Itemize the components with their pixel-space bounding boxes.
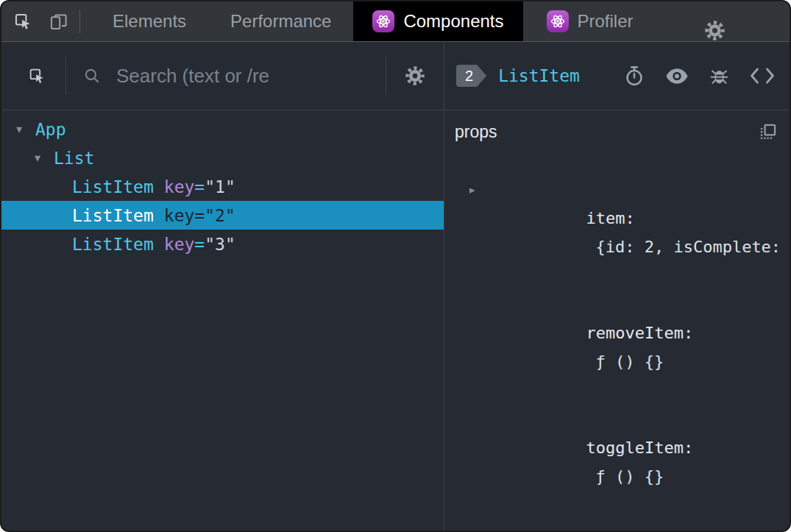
prop-value: ƒ () {}: [595, 352, 664, 371]
tab-components[interactable]: Components: [353, 1, 522, 41]
component-tree: ▾ App ▾ List ListItem key="1" ListItem k…: [1, 110, 444, 258]
prop-value: {id: 2, isComplete: t…: [595, 238, 790, 256]
component-name: App: [35, 120, 66, 139]
tab-label: Performance: [230, 11, 331, 32]
key-attribute: key="1": [164, 177, 235, 196]
inspect-dom-eye-icon[interactable]: [665, 68, 689, 85]
log-to-console-bug-icon[interactable]: [709, 65, 730, 87]
devtools-tabbar: Elements Performance Components: [1, 1, 790, 42]
tree-row-listitem-3[interactable]: ListItem key="3": [1, 230, 444, 258]
collapse-arrow-icon[interactable]: ▸: [469, 175, 475, 204]
key-attribute: key="3": [164, 235, 235, 254]
prop-name: toggleItem: [586, 439, 683, 457]
search-input[interactable]: [115, 64, 386, 88]
selected-component-title: ListItem: [498, 66, 580, 85]
prop-row-new-entry[interactable]: new entry: "": [455, 519, 778, 530]
tree-toolbar: [1, 42, 444, 110]
suspense-stopwatch-icon[interactable]: [623, 64, 645, 88]
expand-arrow-icon[interactable]: ▾: [16, 122, 35, 136]
prop-name: item: [586, 209, 625, 227]
component-name: List: [54, 149, 94, 168]
prop-value: ƒ () {}: [595, 467, 664, 486]
react-profiler-icon: [547, 10, 569, 32]
prop-row-removeitem: removeItem: ƒ () {}: [455, 290, 778, 405]
prop-row-toggleitem: toggleItem: ƒ () {}: [455, 405, 778, 519]
component-name: ListItem: [72, 235, 154, 254]
tree-row-listitem-1[interactable]: ListItem key="1": [1, 172, 444, 201]
tab-label: Components: [403, 11, 503, 32]
tree-row-list[interactable]: ▾ List: [1, 143, 444, 172]
tab-performance[interactable]: Performance: [208, 1, 353, 41]
search-icon: [82, 66, 102, 85]
key-attribute: key="2": [164, 206, 235, 225]
tab-profiler[interactable]: Profiler: [525, 1, 656, 41]
select-element-icon[interactable]: [28, 67, 46, 85]
prop-row-item: ▸ item: {id: 2, isComplete: t…: [455, 146, 778, 290]
component-name: ListItem: [72, 206, 154, 225]
inspect-element-icon[interactable]: [13, 12, 33, 32]
view-source-code-icon[interactable]: [750, 67, 775, 85]
tabbar-divider: [79, 10, 80, 33]
tab-label: Profiler: [578, 11, 634, 32]
expand-arrow-icon[interactable]: ▾: [35, 151, 54, 165]
tree-row-app[interactable]: ▾ App: [1, 115, 444, 143]
toolbar-divider: [386, 57, 386, 95]
device-toolbar-icon[interactable]: [48, 12, 69, 32]
component-name: ListItem: [72, 177, 154, 196]
prop-name: removeItem: [586, 324, 683, 342]
details-header: 2 ListItem: [444, 42, 790, 110]
devtools-window: Elements Performance Components: [0, 0, 791, 532]
props-section-title: props: [455, 122, 497, 142]
tree-settings-gear-icon[interactable]: [404, 65, 426, 87]
components-tree-panel: ▾ App ▾ List ListItem key="1" ListItem k…: [1, 42, 444, 530]
copy-props-icon[interactable]: [758, 122, 778, 142]
props-section: props ▸ item: {id: 2, isC: [444, 110, 790, 530]
component-details-panel: 2 ListItem: [444, 42, 790, 530]
react-components-icon: [372, 10, 394, 32]
tab-elements[interactable]: Elements: [91, 1, 208, 41]
tab-label: Elements: [113, 11, 186, 32]
tree-row-listitem-2-selected[interactable]: ListItem key="2": [1, 201, 444, 230]
component-id-badge: 2: [456, 65, 486, 87]
settings-gear-icon[interactable]: [703, 19, 726, 41]
